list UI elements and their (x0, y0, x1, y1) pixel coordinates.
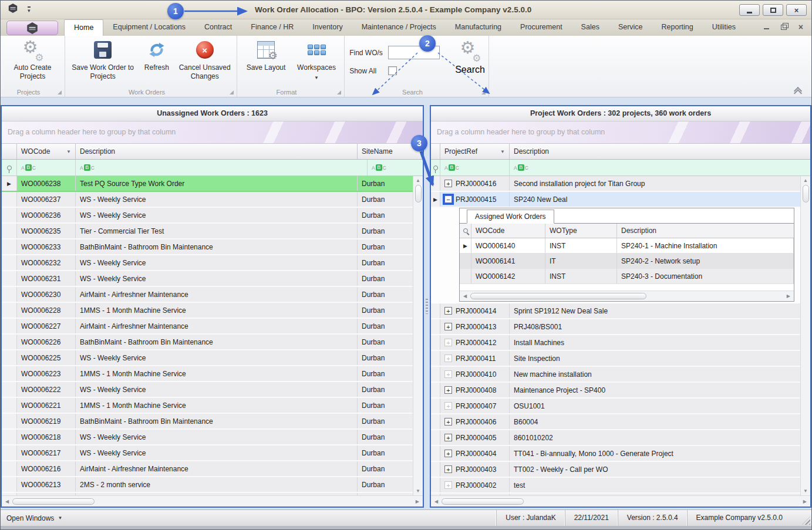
table-row[interactable]: PRJ0000406 B60004 (431, 414, 800, 430)
scroll-left-icon[interactable]: ◀ (434, 499, 438, 504)
expand-toggle-icon[interactable] (444, 418, 452, 426)
table-row[interactable]: PRJ0000407 OSU1001 (431, 399, 800, 414)
table-row[interactable]: WO0006226 BathBinMaint - Bathroom Bin Ma… (2, 335, 413, 350)
expand-toggle-icon[interactable] (444, 386, 452, 394)
vertical-scrollbar[interactable]: ▲ ▼ (800, 176, 810, 495)
expand-toggle-icon[interactable] (444, 402, 452, 410)
table-row[interactable]: WO0006225 WS - Weekly Service Durban (2, 350, 413, 366)
auto-create-projects-button[interactable]: ⚙⚙ Auto Create Projects (3, 39, 62, 83)
ribbon-tab[interactable]: Home (64, 19, 103, 36)
detail-row[interactable]: WO0006140 INST SP240-1 - Machine Install… (460, 238, 794, 254)
expand-toggle-icon[interactable] (444, 180, 452, 187)
table-row[interactable]: PRJ0000403 TT002 - Weekly - Call per WO (431, 462, 800, 478)
table-row[interactable]: PRJ0000413 PRJ408/BS001 (431, 319, 800, 335)
table-row[interactable]: WO0006221 1MMS - 1 Month Machine Service… (2, 398, 413, 414)
scroll-right-icon[interactable]: ▶ (787, 293, 790, 299)
sort-arrow-icon[interactable]: ▼ (492, 149, 505, 154)
detail-column-wocode[interactable]: WOCode (471, 224, 545, 238)
ribbon-tab[interactable]: Procurement (511, 19, 572, 36)
expand-toggle-icon[interactable] (444, 195, 452, 203)
scroll-down-icon[interactable]: ▼ (803, 488, 808, 494)
resize-grip-icon[interactable] (802, 517, 810, 525)
tab-assigned-work-orders[interactable]: Assigned Work Orders (467, 210, 554, 224)
table-row[interactable]: PRJ0000410 New machine installation (431, 367, 800, 383)
ribbon-restore-icon[interactable] (781, 25, 787, 30)
table-row[interactable]: WO0006233 BathBinMaint - Bathroom Bin Ma… (2, 239, 413, 255)
ribbon-tab[interactable]: Service (609, 19, 652, 36)
ribbon-tab[interactable]: Inventory (303, 19, 352, 36)
expand-toggle-icon[interactable] (444, 370, 452, 378)
scrollbar-thumb[interactable] (442, 498, 524, 505)
scroll-up-icon[interactable]: ▲ (416, 178, 420, 183)
filter-cell-sitename[interactable]: ABC (368, 160, 423, 175)
scroll-up-icon[interactable]: ▲ (803, 178, 808, 183)
detail-column-description[interactable]: Description (617, 224, 794, 238)
minimize-button[interactable] (739, 4, 760, 16)
table-row[interactable]: WO0006230 AirMaint - Airfreshner Mainten… (2, 287, 413, 303)
expand-toggle-icon[interactable] (444, 465, 452, 473)
qat-dropdown-icon[interactable]: ▾ (28, 6, 31, 13)
cancel-unsaved-changes-button[interactable]: × Cancel Unsaved Changes (175, 39, 234, 83)
table-row[interactable]: WO0006219 BathBinMaint - Bathroom Bin Ma… (2, 414, 413, 430)
maximize-button[interactable] (763, 4, 783, 16)
dialog-launcher-icon[interactable] (337, 90, 341, 94)
filter-cell-description[interactable]: ABC (76, 160, 368, 175)
application-menu-button[interactable] (6, 21, 58, 35)
table-row[interactable]: WO0006216 AirMaint - Airfreshner Mainten… (2, 461, 413, 477)
table-row[interactable]: WO0006231 WS - Weekly Service Durban (2, 271, 413, 287)
column-header-projectref[interactable]: ProjectRef ▼ (440, 144, 510, 159)
dialog-launcher-icon[interactable] (230, 90, 234, 94)
table-row[interactable]: WO0006237 WS - Weekly Service Durban (2, 192, 413, 208)
column-header-description[interactable]: Description (510, 144, 810, 159)
workspaces-button[interactable]: Workspaces ▼ (292, 39, 341, 82)
table-row[interactable]: PRJ0000416 Second installation project f… (431, 176, 800, 192)
filter-pin-cell[interactable] (2, 160, 17, 175)
table-row[interactable]: WO0006235 Tier - Commercial Tier Test Du… (2, 224, 413, 239)
filter-cell-wocode[interactable]: ABC (17, 160, 76, 175)
ribbon-tab[interactable]: Sales (572, 19, 609, 36)
expand-toggle-icon[interactable] (444, 481, 452, 489)
table-row[interactable]: PRJ0000408 Maintenance Project - SP400 (431, 383, 800, 399)
scroll-down-icon[interactable]: ▼ (416, 488, 420, 494)
table-row[interactable]: PRJ0000414 Sprint SP1912 New Deal Sale (431, 303, 800, 319)
filter-cell-description[interactable]: ABC (510, 160, 810, 175)
expand-toggle-icon[interactable] (444, 307, 452, 315)
ribbon-close-icon[interactable]: × (798, 23, 803, 31)
column-header-wocode[interactable]: WOCode ▼ (17, 144, 76, 159)
ribbon-tab[interactable]: Utilities (703, 19, 745, 36)
search-button[interactable]: ⚙⚙ Search (450, 39, 490, 75)
table-row[interactable]: WO0006213 2MS - 2 month service Durban (2, 477, 413, 493)
expand-toggle-icon[interactable] (444, 355, 452, 362)
table-row[interactable]: WO0006238 Test PQ Source Type Work Order… (2, 176, 413, 192)
detail-column-wotype[interactable]: WOType (545, 224, 617, 238)
dialog-launcher-icon[interactable] (58, 90, 62, 94)
save-layout-button[interactable]: ⚙ Save Layout (240, 39, 292, 74)
detail-row[interactable]: WO0006142 INST SP240-3 - Documentation (460, 269, 794, 284)
scroll-right-icon[interactable]: ▶ (803, 499, 807, 504)
ribbon-tab[interactable]: Manufacturing (446, 19, 511, 36)
table-row[interactable]: WO0006236 WS - Weekly Service Durban (2, 208, 413, 224)
refresh-button[interactable]: Refresh (138, 39, 175, 74)
filter-cell-projectref[interactable]: ABC (440, 160, 510, 175)
scrollbar-thumb[interactable] (803, 185, 809, 202)
detail-horizontal-scrollbar[interactable]: ◀ ▶ (460, 291, 794, 301)
table-row[interactable]: WO0006217 WS - Weekly Service Durban (2, 445, 413, 461)
detail-search-cell[interactable] (460, 224, 471, 238)
ribbon-tab[interactable]: Equipment / Locations (103, 19, 195, 36)
group-by-bar[interactable]: Drag a column header here to group by th… (2, 121, 423, 144)
table-row[interactable]: PRJ0000402 test (431, 478, 800, 494)
table-row[interactable]: PRJ0000404 TT041 - Bi-annually, Mono 100… (431, 446, 800, 462)
horizontal-scrollbar[interactable]: ◀ ▶ (2, 495, 423, 507)
scrollbar-thumb[interactable] (12, 498, 95, 505)
table-row[interactable]: PRJ0000411 Site Inspection (431, 351, 800, 367)
vertical-scrollbar[interactable]: ▲ ▼ (413, 176, 423, 495)
scroll-right-icon[interactable]: ▶ (416, 499, 419, 504)
expand-toggle-icon[interactable] (444, 450, 452, 457)
table-row[interactable]: PRJ0000412 Install Machines (431, 335, 800, 351)
expand-toggle-icon[interactable] (444, 339, 452, 346)
scrollbar-thumb[interactable] (470, 293, 646, 299)
table-row[interactable]: WO0006223 1MMS - 1 Month Machine Service… (2, 366, 413, 382)
panel-splitter[interactable] (424, 105, 430, 508)
table-row[interactable]: WO0006218 WS - Weekly Service Durban (2, 430, 413, 445)
table-row[interactable]: PRJ0000405 8601010202 (431, 430, 800, 446)
